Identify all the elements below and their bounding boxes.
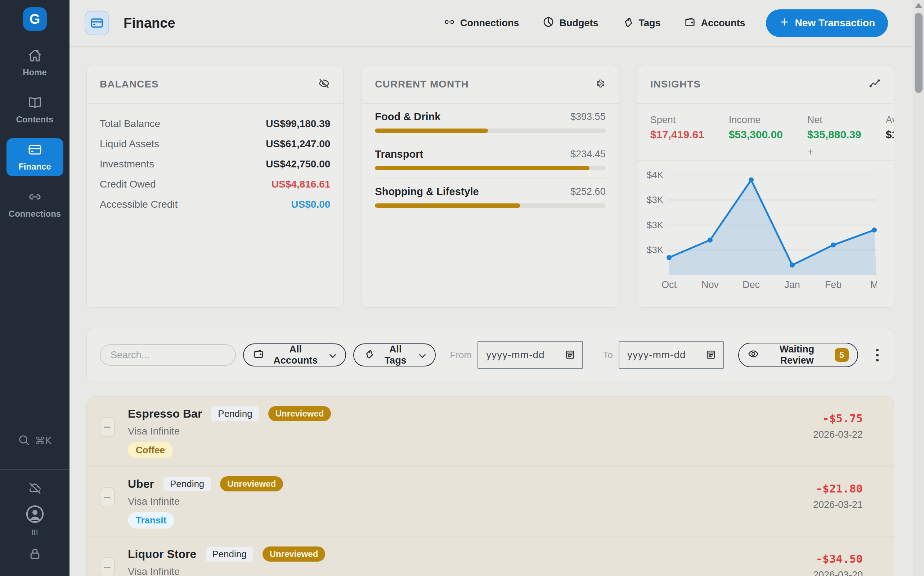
cloud-off-icon[interactable]	[0, 481, 69, 496]
balance-label: Credit Owed	[100, 179, 156, 190]
new-transaction-button[interactable]: New Transaction	[766, 10, 888, 37]
current-month-body: Food & Drink $393.55 Transport $234.45	[362, 104, 618, 216]
transaction-row[interactable]: Espresso Bar Pending Unreviewed Visa Inf…	[87, 397, 894, 467]
stat-extra-plus[interactable]: +	[807, 146, 865, 158]
link-icon	[28, 190, 42, 206]
transaction-select-box[interactable]	[100, 417, 115, 437]
gear-icon[interactable]	[593, 77, 606, 91]
tags-filter-dropdown[interactable]: All Tags	[353, 344, 436, 366]
content: BALANCES Total Balance US$99,180.39 Liqu…	[69, 47, 924, 576]
calendar-icon[interactable]	[705, 349, 717, 362]
sidebar-search-button[interactable]: ⌘K	[0, 434, 69, 448]
lock-icon[interactable]	[0, 547, 69, 561]
svg-text:$3K: $3K	[647, 245, 664, 255]
credit-card-icon	[28, 142, 42, 158]
balances-card-header: BALANCES	[87, 65, 343, 104]
svg-text:Dec: Dec	[743, 279, 760, 290]
sidebar-item-contents[interactable]: Contents	[6, 91, 63, 129]
category-amount: $234.45	[570, 149, 606, 160]
stat-income: Income $53,300.00	[729, 115, 786, 158]
stat-label: Net	[807, 115, 865, 126]
account-name: Visa Infinite	[128, 496, 806, 507]
stat-spent: Spent $17,419.61	[650, 115, 708, 158]
from-date-field[interactable]	[477, 341, 583, 369]
account-name: Visa Infinite	[128, 426, 806, 437]
balance-label: Liquid Assets	[100, 138, 159, 150]
main-area: Finance Connections Budgets	[69, 0, 924, 576]
waiting-review-label: Waiting Review	[765, 344, 829, 366]
search-input[interactable]	[100, 344, 236, 366]
category-progress-track	[375, 203, 605, 208]
transaction-amount: -$21.80	[813, 482, 863, 495]
to-label: To	[603, 350, 613, 361]
transaction-row[interactable]: Uber Pending Unreviewed Visa Infinite Tr…	[87, 467, 894, 537]
category-row: Transport $234.45	[375, 141, 605, 179]
tags-filter-label: All Tags	[379, 344, 412, 366]
user-name: ttt	[0, 528, 69, 538]
balance-value: US$4,816.61	[272, 179, 330, 190]
stat-value: $35,880.39	[807, 128, 865, 141]
header-nav-accounts[interactable]: Accounts	[684, 16, 745, 30]
window-scrollbar[interactable]	[913, 0, 924, 576]
insights-card: INSIGHTS Spent $17,419.61 Income $53,300…	[637, 65, 894, 308]
app-window: G Home Contents Finance	[0, 0, 924, 576]
sidebar-item-connections[interactable]: Connections	[6, 186, 63, 223]
category-progress-fill	[375, 128, 488, 133]
calendar-icon[interactable]	[564, 349, 576, 362]
transaction-select-box[interactable]	[100, 487, 115, 507]
transaction-amount-block: -$21.80 2026-03-21	[813, 482, 863, 528]
balance-label: Total Balance	[100, 118, 160, 130]
waiting-review-toggle[interactable]: Waiting Review 5	[738, 343, 858, 367]
stat-value: $103.07	[886, 128, 894, 141]
to-date-field[interactable]	[619, 341, 724, 369]
balance-row: Credit Owed US$4,816.61	[100, 179, 330, 190]
header-nav-tags[interactable]: Tags	[622, 16, 660, 30]
header-nav-label: Accounts	[701, 18, 745, 29]
wallet-icon	[253, 349, 264, 362]
sidebar-item-label: Connections	[9, 209, 61, 219]
balance-row: Liquid Assets US$61,247.00	[100, 138, 330, 150]
filter-bar: All Accounts All Tags From	[86, 328, 894, 382]
scrollbar-up-arrow-icon[interactable]	[915, 3, 922, 8]
header-nav-budgets[interactable]: Budgets	[543, 16, 598, 30]
stat-value: $53,300.00	[729, 128, 786, 141]
transaction-date: 2026-03-21	[813, 499, 863, 510]
sidebar-item-label: Finance	[18, 162, 51, 172]
summary-cards: BALANCES Total Balance US$99,180.39 Liqu…	[86, 65, 894, 308]
from-date-input[interactable]	[486, 349, 558, 361]
sidebar-item-finance[interactable]: Finance	[6, 138, 63, 176]
book-icon	[28, 95, 42, 111]
svg-text:$3K: $3K	[647, 219, 664, 230]
header-nav-connections[interactable]: Connections	[444, 16, 519, 30]
review-badge: Unreviewed	[220, 476, 283, 491]
minus-icon	[104, 497, 110, 498]
category-name: Shopping & Lifestyle	[375, 186, 479, 198]
to-date-input[interactable]	[627, 349, 699, 361]
balance-row: Accessible Credit US$0.00	[100, 199, 330, 210]
more-options-kebab-icon[interactable]	[874, 347, 881, 363]
transaction-select-box[interactable]	[100, 557, 115, 576]
eye-icon	[748, 348, 759, 362]
transaction-row[interactable]: Liquor Store Pending Unreviewed Visa Inf…	[87, 537, 894, 576]
transaction-amount: -$34.50	[813, 552, 863, 565]
tag-pill[interactable]: Transit	[128, 512, 174, 528]
sidebar-item-home[interactable]: Home	[6, 44, 63, 82]
category-name: Food & Drink	[375, 111, 440, 123]
accounts-filter-label: All Accounts	[269, 344, 322, 366]
category-name: Transport	[375, 148, 423, 160]
waiting-review-count-badge: 5	[835, 348, 849, 362]
merchant-name: Liquor Store	[128, 547, 196, 561]
header-nav-label: Tags	[639, 18, 660, 29]
scrollbar-thumb[interactable]	[914, 13, 922, 93]
sidebar: G Home Contents Finance	[0, 0, 69, 576]
app-logo[interactable]: G	[23, 7, 47, 31]
svg-text:Nov: Nov	[701, 279, 719, 290]
eye-off-icon[interactable]	[318, 77, 330, 91]
activity-chart-icon[interactable]	[868, 77, 881, 91]
transaction-date: 2026-03-22	[813, 429, 863, 440]
balances-body: Total Balance US$99,180.39 Liquid Assets…	[87, 104, 343, 233]
tag-pill[interactable]: Coffee	[128, 442, 173, 458]
accounts-filter-dropdown[interactable]: All Accounts	[243, 344, 346, 366]
user-avatar[interactable]	[0, 504, 69, 524]
balance-value: US$42,750.00	[266, 158, 330, 170]
